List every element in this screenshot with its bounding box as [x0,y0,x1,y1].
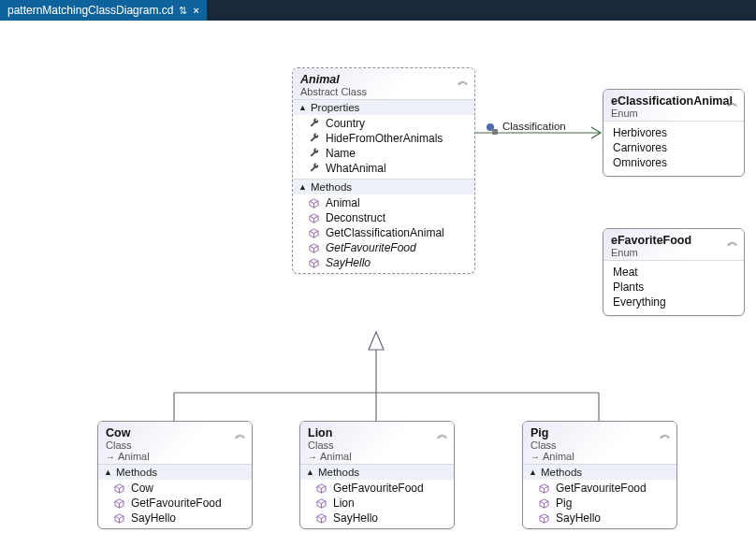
cube-icon [308,197,320,209]
chevron-collapse-icon[interactable]: ︽ [458,73,469,89]
svg-rect-9 [492,129,498,135]
section-methods: ▲Methods CowGetFavouriteFoodSayHello [98,464,252,528]
method-member[interactable]: GetFavouriteFood [293,240,474,255]
class-title: Cow [106,426,244,439]
class-lion[interactable]: Lion Class →Animal ︽ ▲Methods GetFavouri… [299,421,455,529]
base-class: →Animal [106,451,244,462]
class-cow[interactable]: Cow Class →Animal ︽ ▲Methods CowGetFavou… [97,421,253,529]
section-header[interactable]: ▲Methods [98,465,252,480]
member-name: HideFromOtherAnimals [326,132,443,145]
chevron-collapse-icon[interactable]: ︽ [660,426,671,442]
class-header[interactable]: eClassificationAnimal Enum ︽ [603,90,744,121]
member-name: Cow [131,482,153,495]
enum-member[interactable]: Omnivores [603,155,744,170]
chevron-collapse-icon[interactable]: ︽ [437,426,448,442]
class-kind: Enum [611,247,736,258]
method-member[interactable]: SayHello [98,511,252,525]
property-member[interactable]: Country [293,116,474,131]
class-header[interactable]: Animal Abstract Class ︽ [293,68,474,99]
pin-icon[interactable]: ⇅ [179,5,187,17]
class-title: Lion [308,426,446,439]
class-header[interactable]: Pig Class →Animal ︽ [523,422,676,464]
enum-member[interactable]: Herbivores [603,125,744,140]
class-pig[interactable]: Pig Class →Animal ︽ ▲Methods GetFavourit… [522,421,677,529]
class-header[interactable]: eFavoriteFood Enum ︽ [603,229,744,260]
class-title: eFavoriteFood [611,234,736,247]
method-member[interactable]: Pig [523,496,676,511]
class-title: Pig [531,426,669,439]
class-header[interactable]: Cow Class →Animal ︽ [98,422,252,464]
method-member[interactable]: Lion [300,496,454,511]
property-member[interactable]: WhatAnimal [293,161,474,176]
cube-icon [315,512,327,525]
wrench-icon [308,118,320,130]
member-name: GetFavouriteFood [333,482,424,495]
section-methods: ▲Methods AnimalDeconstructGetClassificat… [293,179,474,273]
class-kind: Class [308,439,446,451]
chevron-collapse-icon[interactable]: ︽ [727,94,738,110]
class-kind: Class [106,439,244,451]
property-member[interactable]: Name [293,146,474,161]
member-name: Meat [613,266,638,279]
method-member[interactable]: GetFavouriteFood [98,496,252,511]
chevron-collapse-icon[interactable]: ︽ [235,426,246,442]
member-name: SayHello [326,256,371,269]
cube-icon [538,497,550,510]
method-member[interactable]: SayHello [523,511,676,525]
cube-icon [308,257,320,269]
member-name: Name [326,147,356,160]
section-header[interactable]: ▲Properties [293,100,474,115]
enum-efavoritefood[interactable]: eFavoriteFood Enum ︽ MeatPlantsEverythin… [603,228,745,316]
chevron-collapse-icon[interactable]: ︽ [727,234,738,250]
method-member[interactable]: Cow [98,481,252,496]
method-member[interactable]: GetFavouriteFood [523,481,676,496]
class-title: Animal [300,73,467,86]
diagram-canvas[interactable]: Classification Animal Abstract Class ︽ ▲… [0,21,756,547]
section-header[interactable]: ▲Methods [300,465,454,480]
member-name: Plants [613,281,644,294]
class-animal[interactable]: Animal Abstract Class ︽ ▲Properties Coun… [292,67,475,274]
class-title: eClassificationAnimal [611,94,736,108]
section-header[interactable]: ▲Methods [293,180,474,194]
enum-member[interactable]: Meat [603,265,744,280]
member-name: GetFavouriteFood [131,497,222,510]
property-member[interactable]: HideFromOtherAnimals [293,131,474,146]
member-name: Carnivores [613,141,667,154]
member-name: SayHello [333,511,378,525]
enum-member[interactable]: Everything [603,295,744,309]
enum-eclassificationanimal[interactable]: eClassificationAnimal Enum ︽ HerbivoresC… [603,89,745,177]
method-member[interactable]: SayHello [293,255,474,270]
base-class: →Animal [308,451,446,462]
method-member[interactable]: Animal [293,195,474,210]
arrow-icon: → [106,452,115,462]
section-methods: ▲Methods GetFavouriteFoodLionSayHello [300,464,454,528]
section-methods: ▲Methods GetFavouriteFoodPigSayHello [523,464,676,528]
method-member[interactable]: SayHello [300,511,454,525]
wrench-icon [308,133,320,145]
section-header[interactable]: ▲Methods [523,465,676,480]
member-name: SayHello [556,511,601,525]
member-name: WhatAnimal [326,162,386,175]
member-name: SayHello [131,511,176,525]
class-kind: Enum [611,108,736,119]
method-member[interactable]: Deconstruct [293,210,474,225]
enum-member[interactable]: Plants [603,280,744,295]
member-name: Animal [326,196,360,209]
cube-icon [113,482,125,495]
class-kind: Class [531,439,669,451]
tab-title: patternMatchingClassDiagram.cd [7,4,173,17]
cube-icon [315,482,327,495]
member-name: Lion [333,497,355,510]
cube-icon [308,212,320,224]
class-kind: Abstract Class [300,86,467,97]
method-member[interactable]: GetFavouriteFood [300,481,454,496]
document-tab[interactable]: patternMatchingClassDiagram.cd ⇅ × [0,0,207,21]
cube-icon [538,512,550,525]
close-icon[interactable]: × [193,5,198,16]
base-class: →Animal [531,451,669,462]
method-member[interactable]: GetClassificationAnimal [293,225,474,240]
class-header[interactable]: Lion Class →Animal ︽ [300,422,454,464]
member-name: Omnivores [613,156,667,169]
enum-member[interactable]: Carnivores [603,140,744,155]
cube-icon [538,482,550,495]
